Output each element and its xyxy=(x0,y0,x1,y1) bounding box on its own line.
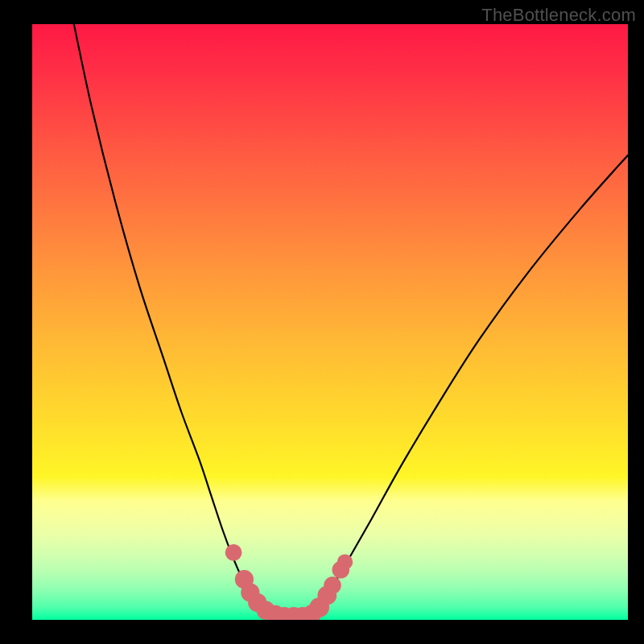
chart-frame: TheBottleneck.com xyxy=(0,0,644,644)
marker-dot xyxy=(225,544,242,561)
marker-dot xyxy=(324,576,341,594)
plot-area xyxy=(32,24,628,620)
chart-svg xyxy=(32,24,628,620)
bottleneck-curve xyxy=(74,24,628,618)
highlight-markers xyxy=(225,544,353,620)
watermark-text: TheBottleneck.com xyxy=(481,5,636,26)
marker-dot xyxy=(337,555,353,570)
